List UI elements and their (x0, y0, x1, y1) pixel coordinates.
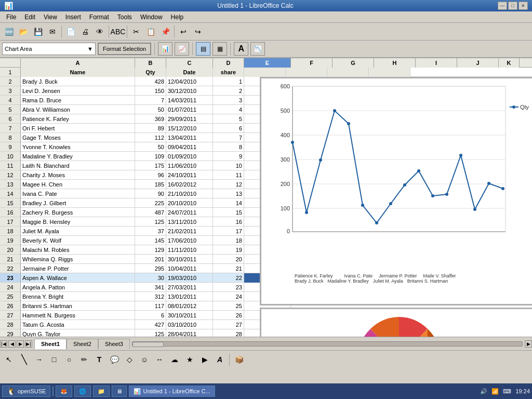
data-cell[interactable]: 129 (135, 245, 166, 255)
data-cell[interactable]: 21/02/2011 (166, 227, 213, 236)
data-cell[interactable]: 295 (135, 264, 166, 273)
data-cell[interactable]: 369 (135, 114, 166, 124)
col-header-i[interactable]: I (416, 58, 457, 68)
data-cell[interactable]: 24/10/2011 (166, 170, 213, 180)
data-cell[interactable]: Ivana C. Pate (21, 189, 135, 198)
data-cell[interactable]: 2 (213, 86, 244, 96)
data-cell[interactable]: 28/04/2011 (166, 329, 213, 337)
callout-tool[interactable]: 💬 (108, 353, 121, 366)
data-cell[interactable]: 341 (135, 283, 166, 292)
data-cell[interactable]: 11/11/2010 (166, 245, 213, 255)
col-header-b[interactable]: B (135, 58, 166, 68)
data-cell[interactable]: 90 (135, 189, 166, 198)
copy-button[interactable]: 📋 (144, 25, 157, 38)
paste-button[interactable]: 📌 (158, 25, 172, 38)
menu-tools[interactable]: Tools (113, 12, 136, 22)
sheet-tab-3[interactable]: Sheet3 (98, 339, 130, 349)
taskbar-terminal[interactable]: 🖥 (112, 385, 127, 397)
keyboard-icon[interactable]: ⌨ (503, 388, 511, 395)
data-cell[interactable]: 3 (213, 96, 244, 105)
data-cell[interactable]: 11/06/2010 (166, 161, 213, 170)
volume-icon[interactable]: 🔊 (480, 388, 487, 395)
save-button[interactable]: 💾 (31, 25, 45, 38)
data-cell[interactable]: 145 (135, 236, 166, 245)
col-header-c[interactable]: C (166, 58, 213, 68)
data-cell[interactable]: Zachery R. Burgess (21, 208, 135, 217)
data-cell[interactable]: Bradley J. Gilbert (21, 198, 135, 208)
data-cell[interactable]: 13/01/2011 (166, 292, 213, 301)
fontwork-tool[interactable]: A (213, 353, 227, 366)
data-cell[interactable]: 30 (135, 273, 166, 283)
data-cell[interactable]: 26 (213, 311, 244, 320)
data-cell[interactable]: Beverly K. Wolf (21, 236, 135, 245)
data-cell[interactable]: 8 (213, 142, 244, 152)
select-tool[interactable]: ↖ (2, 353, 16, 366)
data-cell[interactable]: 50 (135, 142, 166, 152)
data-cell[interactable]: 12 (213, 180, 244, 189)
data-cell[interactable]: Aspen A. Wallace (21, 273, 135, 283)
data-cell[interactable]: 24/07/2011 (166, 208, 213, 217)
data-cell[interactable]: 37 (135, 227, 166, 236)
data-cell[interactable]: Yvonne T. Knowles (21, 142, 135, 152)
preview-button[interactable]: 👁 (93, 25, 107, 38)
data-cell[interactable]: 14 (213, 198, 244, 208)
data-cell[interactable]: Hammett N. Burgess (21, 311, 135, 320)
data-cell[interactable]: 19 (213, 245, 244, 255)
ellipse-tool[interactable]: ○ (62, 353, 76, 366)
menu-help[interactable]: Help (167, 12, 188, 22)
data-cell[interactable]: 11 (213, 170, 244, 180)
data-cell[interactable]: 08/01/2012 (166, 301, 213, 311)
start-button[interactable]: 🐧 openSUSE (2, 385, 50, 397)
data-cell[interactable]: 225 (135, 198, 166, 208)
data-cell[interactable]: Patience K. Farley (21, 114, 135, 124)
taskbar-browser[interactable]: 🌐 (74, 385, 91, 397)
basic-shapes-tool[interactable]: ◇ (123, 353, 136, 366)
col-header-e[interactable]: E (244, 58, 291, 68)
data-cell[interactable]: 15 (213, 208, 244, 217)
chart-area-selector[interactable]: Chart Area ▼ (2, 43, 96, 55)
data-cell[interactable]: 427 (135, 320, 166, 329)
print-button[interactable]: 🖨 (78, 25, 92, 38)
col-header-j[interactable]: J (457, 58, 499, 68)
menu-edit[interactable]: Edit (20, 12, 39, 22)
menu-format[interactable]: Format (85, 12, 113, 22)
data-cell[interactable]: 22 (213, 273, 244, 283)
taskbar-firefox[interactable]: 🦊 (56, 385, 72, 397)
data-cell[interactable]: Abra V. Williamson (21, 105, 135, 114)
horizontal-scrollbar[interactable] (132, 341, 523, 347)
data-cell[interactable]: 7 (213, 133, 244, 142)
scroll-right-button[interactable]: ▶ (525, 340, 532, 348)
taskbar-files[interactable]: 📁 (93, 385, 110, 397)
data-cell[interactable]: 10 (213, 161, 244, 170)
data-cell[interactable]: 15/12/2010 (166, 124, 213, 133)
data-cell[interactable]: Magee H. Chen (21, 180, 135, 189)
symbol-shapes-tool[interactable]: ☺ (138, 353, 151, 366)
data-cell[interactable]: 125 (135, 329, 166, 337)
data-cell[interactable]: 30/10/2011 (166, 311, 213, 320)
minimize-button[interactable]: — (498, 2, 507, 10)
col-header-a[interactable]: A (21, 58, 135, 68)
data-cell[interactable]: 27/03/2011 (166, 283, 213, 292)
network-icon[interactable]: 📶 (491, 388, 499, 395)
data-cell[interactable]: Maggie B. Hensley (21, 217, 135, 227)
col-header-h[interactable]: H (374, 58, 416, 68)
redo-button[interactable]: ↪ (191, 25, 205, 38)
data-cell[interactable]: 25 (213, 301, 244, 311)
data-cell[interactable]: Quyn G. Taylor (21, 329, 135, 337)
sheet-first-button[interactable]: |◀ (0, 340, 7, 348)
data-cell[interactable]: 28 (213, 329, 244, 337)
data-cell[interactable]: 17 (213, 227, 244, 236)
data-cell[interactable]: 175 (135, 161, 166, 170)
data-cell[interactable]: 109 (135, 152, 166, 161)
data-cell[interactable]: 50 (135, 105, 166, 114)
chart-col-button[interactable]: ▦ (212, 42, 227, 56)
spellcheck-button[interactable]: ABC (111, 25, 125, 38)
data-cell[interactable]: 16/02/2012 (166, 180, 213, 189)
data-cell[interactable]: 96 (135, 170, 166, 180)
chart-row-button[interactable]: ▤ (196, 42, 210, 56)
data-cell[interactable]: 20 (213, 255, 244, 264)
sheet-prev-button[interactable]: ◀ (8, 340, 16, 348)
sheet-tab-2[interactable]: Sheet2 (66, 339, 98, 349)
col-header-g[interactable]: G (332, 58, 374, 68)
data-cell[interactable]: 20/10/2010 (166, 198, 213, 208)
